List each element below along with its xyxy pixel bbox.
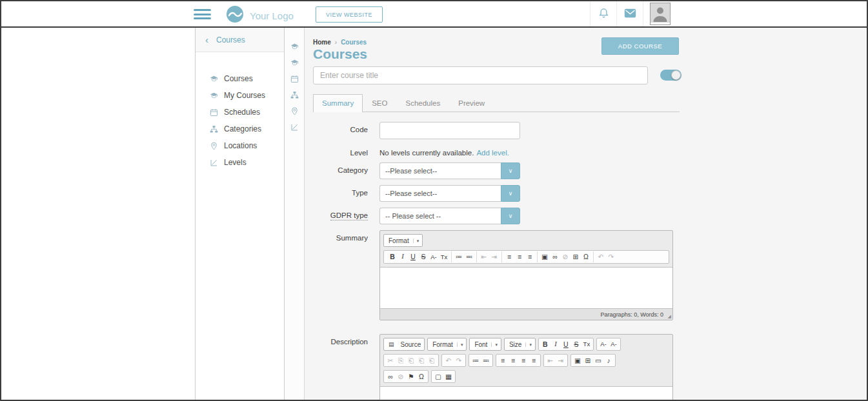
gdpr-select-arrow-button[interactable]: ∨ xyxy=(501,208,520,224)
code-input[interactable] xyxy=(379,122,520,139)
summary-editor-body[interactable] xyxy=(380,267,672,308)
text-color-button[interactable]: A- xyxy=(429,251,439,262)
sidebar-item-courses[interactable]: Courses xyxy=(196,70,284,87)
special-char-button[interactable]: Ω xyxy=(416,371,427,382)
tab-summary[interactable]: Summary xyxy=(313,94,363,112)
add-course-button[interactable]: ADD COURSE xyxy=(601,37,679,55)
bold-button[interactable]: B xyxy=(387,251,398,262)
redo-button[interactable]: ↷ xyxy=(606,251,616,262)
strikethrough-button[interactable]: S xyxy=(418,251,429,262)
indent-button[interactable]: ⇥ xyxy=(489,251,500,262)
table-button[interactable]: ⊞ xyxy=(570,251,581,262)
gdpr-select[interactable]: -- Please select -- ∨ xyxy=(379,208,520,224)
link-button[interactable]: ∞ xyxy=(385,371,396,382)
tab-schedules[interactable]: Schedules xyxy=(397,94,450,112)
sidebar-item-categories[interactable]: Categories xyxy=(196,121,284,137)
rail-item-schedules[interactable] xyxy=(285,71,304,87)
numbered-list-button[interactable]: ≔ xyxy=(470,355,481,366)
bulleted-list-button[interactable]: ≕ xyxy=(481,355,491,366)
menu-icon[interactable] xyxy=(194,9,211,19)
iframe-button[interactable]: ▭ xyxy=(593,355,603,366)
logo[interactable]: Your Logo xyxy=(226,5,294,26)
table-button[interactable]: ⊞ xyxy=(583,355,593,366)
format-dropdown[interactable]: Format ▾ xyxy=(427,338,467,351)
strikethrough-button[interactable]: S xyxy=(571,339,581,350)
paste-word-button[interactable]: ⎗ xyxy=(427,355,437,366)
rail-item-levels[interactable] xyxy=(285,119,304,135)
outdent-button[interactable]: ⇤ xyxy=(545,355,556,366)
breadcrumb-home[interactable]: Home xyxy=(313,39,331,46)
unlink-button[interactable]: ⊘ xyxy=(560,251,570,262)
underline-button[interactable]: U xyxy=(408,251,418,262)
add-level-link[interactable]: Add level. xyxy=(476,149,509,157)
text-color-button[interactable]: A- xyxy=(598,339,609,350)
view-website-button[interactable]: VIEW WEBSITE xyxy=(316,6,383,23)
align-left-button[interactable]: ≡ xyxy=(504,251,514,262)
user-avatar[interactable] xyxy=(643,1,676,26)
paste-button[interactable]: ⎗ xyxy=(406,355,416,366)
align-left-button[interactable]: ≡ xyxy=(498,355,508,366)
category-select-value[interactable]: --Please select-- xyxy=(379,162,501,179)
sidebar-item-levels[interactable]: Levels xyxy=(196,154,284,171)
show-blocks-button[interactable]: ▦ xyxy=(443,371,454,382)
sidebar-item-locations[interactable]: Locations xyxy=(196,137,284,154)
unlink-button[interactable]: ⊘ xyxy=(396,371,406,382)
tab-preview[interactable]: Preview xyxy=(449,94,494,112)
category-select-arrow-button[interactable]: ∨ xyxy=(501,162,520,179)
bg-color-button[interactable]: A- xyxy=(609,339,619,350)
course-title-input[interactable] xyxy=(313,66,648,84)
type-select-value[interactable]: --Please select-- xyxy=(379,185,501,202)
category-select[interactable]: --Please select-- ∨ xyxy=(379,162,520,179)
align-center-button[interactable]: ≡ xyxy=(514,251,525,262)
align-justify-button[interactable]: ≡ xyxy=(529,355,539,366)
cut-button[interactable]: ✂ xyxy=(385,355,396,366)
align-right-button[interactable]: ≡ xyxy=(525,251,535,262)
paste-text-button[interactable]: ⎗ xyxy=(416,355,427,366)
gdpr-select-value[interactable]: -- Please select -- xyxy=(379,208,501,224)
size-dropdown[interactable]: Size ▾ xyxy=(504,338,536,351)
media-button[interactable]: ♪ xyxy=(603,355,614,366)
maximize-button[interactable]: ▢ xyxy=(433,371,443,382)
copy-button[interactable]: ⎘ xyxy=(396,355,406,366)
italic-button[interactable]: I xyxy=(550,339,561,350)
image-button[interactable]: ▣ xyxy=(540,251,550,262)
image-button[interactable]: ▣ xyxy=(572,355,583,366)
special-char-button[interactable]: Ω xyxy=(581,251,591,262)
bold-button[interactable]: B xyxy=(540,339,550,350)
sidebar-item-my-courses[interactable]: My Courses xyxy=(196,87,284,104)
inbox-button[interactable] xyxy=(616,1,643,26)
outdent-button[interactable]: ⇤ xyxy=(479,251,489,262)
italic-button[interactable]: I xyxy=(398,251,408,262)
resize-handle[interactable]: ◢ xyxy=(668,314,671,319)
font-dropdown[interactable]: Font ▾ xyxy=(469,338,501,351)
redo-button[interactable]: ↷ xyxy=(454,355,464,366)
flag-button[interactable]: ⚑ xyxy=(406,371,416,382)
indent-button[interactable]: ⇥ xyxy=(556,355,566,366)
description-editor-body[interactable] xyxy=(380,386,672,400)
type-select[interactable]: --Please select-- ∨ xyxy=(379,185,520,202)
format-dropdown[interactable]: Format ▾ xyxy=(383,234,423,247)
undo-button[interactable]: ↶ xyxy=(443,355,454,366)
notifications-button[interactable] xyxy=(590,1,616,26)
sidebar-item-schedules[interactable]: Schedules xyxy=(196,104,284,121)
remove-format-button[interactable]: Tx xyxy=(581,339,592,350)
link-button[interactable]: ∞ xyxy=(550,251,560,262)
rail-item-my-courses[interactable] xyxy=(285,55,304,71)
rail-item-categories[interactable] xyxy=(285,87,304,103)
rail-item-locations[interactable] xyxy=(285,103,304,119)
type-select-arrow-button[interactable]: ∨ xyxy=(501,185,520,202)
publish-toggle[interactable] xyxy=(660,70,681,81)
underline-button[interactable]: U xyxy=(561,339,571,350)
breadcrumb-current[interactable]: Courses xyxy=(341,39,367,46)
chevron-down-icon: ▾ xyxy=(457,342,463,347)
bulleted-list-button[interactable]: ≕ xyxy=(464,251,474,262)
numbered-list-button[interactable]: ≔ xyxy=(454,251,464,262)
source-button[interactable]: ▤ Source xyxy=(383,338,425,351)
align-right-button[interactable]: ≡ xyxy=(518,355,529,366)
sidebar-back-button[interactable]: ‹ Courses xyxy=(196,28,284,52)
rail-item-courses[interactable] xyxy=(285,39,304,55)
align-center-button[interactable]: ≡ xyxy=(508,355,518,366)
tab-seo[interactable]: SEO xyxy=(363,94,396,112)
undo-button[interactable]: ↶ xyxy=(596,251,606,262)
remove-format-button[interactable]: Tx xyxy=(439,251,449,262)
